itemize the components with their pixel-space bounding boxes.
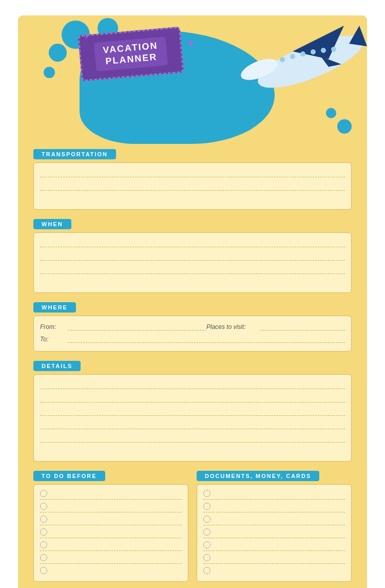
when-line-3[interactable] <box>40 265 345 274</box>
doc-circle-4[interactable] <box>203 528 210 536</box>
doc-line-6 <box>215 554 345 561</box>
check-line-6 <box>51 554 182 561</box>
doc-line-1 <box>215 490 345 497</box>
todo-item-7[interactable] <box>40 567 182 576</box>
check-line-4 <box>51 528 182 536</box>
check-circle-3[interactable] <box>40 516 47 523</box>
doc-circle-5[interactable] <box>203 541 210 548</box>
when-line-2[interactable] <box>40 251 345 261</box>
doc-line-7 <box>215 567 345 574</box>
svg-point-6 <box>290 54 295 59</box>
blue-blob-5 <box>337 119 352 134</box>
where-label: WHERE <box>33 302 76 313</box>
doc-item-5[interactable] <box>203 541 345 551</box>
doc-item-1[interactable] <box>203 490 345 500</box>
todo-item-6[interactable] <box>40 554 182 564</box>
blue-blob-3 <box>44 67 55 78</box>
details-line-6[interactable] <box>40 447 345 456</box>
transport-line-1[interactable] <box>40 168 345 177</box>
doc-item-6[interactable] <box>203 554 345 564</box>
doc-circle-1[interactable] <box>203 490 210 497</box>
places-label: Places to visit: <box>206 323 258 330</box>
details-box <box>33 374 352 462</box>
documents-column: Documents, money, cards <box>197 471 352 582</box>
two-col-section: TO DO BEFORE <box>33 471 352 582</box>
ticket-plane-icon: ✈ <box>83 32 90 41</box>
doc-line-3 <box>215 516 345 523</box>
todo-item-5[interactable] <box>40 541 182 551</box>
when-label: WHEN <box>33 219 71 229</box>
check-circle-6[interactable] <box>40 554 47 561</box>
check-circle-5[interactable] <box>40 541 47 548</box>
transportation-section: TRANSPORTATION <box>33 149 352 210</box>
check-circle-1[interactable] <box>40 490 47 497</box>
transport-line-2[interactable] <box>40 181 345 191</box>
page: ✈ VACATION PLANNER ✈ <box>0 0 385 588</box>
header-area: ✈ VACATION PLANNER ✈ <box>18 15 367 149</box>
from-label: From: <box>40 323 66 330</box>
transportation-box <box>33 162 352 210</box>
check-circle-2[interactable] <box>40 503 47 510</box>
when-section: WHEN <box>33 219 352 293</box>
transportation-label: TRANSPORTATION <box>33 149 116 159</box>
doc-circle-2[interactable] <box>203 503 210 510</box>
details-line-2[interactable] <box>40 393 345 402</box>
doc-line-5 <box>215 541 345 548</box>
where-to-row: To: <box>40 334 345 343</box>
blue-blob-2 <box>49 44 67 62</box>
check-line-7 <box>51 567 182 574</box>
check-circle-4[interactable] <box>40 528 47 536</box>
where-from-row: From: Places to visit: <box>40 321 345 330</box>
where-section: WHERE From: Places to visit: To: <box>33 302 352 352</box>
todo-item-1[interactable] <box>40 490 182 500</box>
details-line-3[interactable] <box>40 407 345 416</box>
svg-point-8 <box>311 49 316 54</box>
todo-column: TO DO BEFORE <box>33 471 188 582</box>
doc-circle-3[interactable] <box>203 516 210 523</box>
places-field: Places to visit: <box>206 321 345 330</box>
vacation-ticket: ✈ VACATION PLANNER ✈ <box>78 26 184 81</box>
to-label: To: <box>40 336 66 343</box>
when-line-1[interactable] <box>40 238 345 247</box>
doc-line-2 <box>215 503 345 510</box>
doc-item-4[interactable] <box>203 528 345 538</box>
transport-line-3[interactable] <box>40 195 345 204</box>
check-line-3 <box>51 516 182 523</box>
where-box: From: Places to visit: To: <box>33 316 352 352</box>
blue-blob-6 <box>326 108 336 118</box>
documents-label: Documents, money, cards <box>197 471 319 481</box>
airplane-icon <box>231 15 367 108</box>
from-line[interactable] <box>68 321 206 330</box>
ticket-inner: VACATION PLANNER <box>94 36 168 71</box>
details-line-4[interactable] <box>40 420 345 429</box>
todo-item-3[interactable] <box>40 516 182 525</box>
details-section: DETAILS <box>33 361 352 462</box>
doc-circle-6[interactable] <box>203 554 210 561</box>
todo-box <box>33 484 188 582</box>
doc-item-2[interactable] <box>203 503 345 512</box>
doc-circle-7[interactable] <box>203 567 210 574</box>
when-line-4[interactable] <box>40 278 345 287</box>
doc-line-4 <box>215 528 345 536</box>
when-box <box>33 232 352 293</box>
doc-item-3[interactable] <box>203 516 345 525</box>
todo-label: TO DO BEFORE <box>33 471 105 481</box>
details-line-5[interactable] <box>40 433 345 443</box>
svg-point-7 <box>300 51 305 57</box>
ticket-plane-right-icon: ✈ <box>186 37 196 50</box>
details-line-1[interactable] <box>40 380 345 389</box>
check-circle-7[interactable] <box>40 567 47 574</box>
places-line[interactable] <box>260 321 345 330</box>
check-line-2 <box>51 503 182 510</box>
content-area: TRANSPORTATION WHEN WHERE <box>18 149 367 582</box>
to-line[interactable] <box>68 334 345 343</box>
todo-item-2[interactable] <box>40 503 182 512</box>
planner-wrapper: ✈ VACATION PLANNER ✈ <box>18 15 367 588</box>
check-line-5 <box>51 541 182 548</box>
svg-point-9 <box>321 48 326 53</box>
details-label: DETAILS <box>33 361 81 371</box>
doc-item-7[interactable] <box>203 567 345 576</box>
documents-box <box>197 484 352 582</box>
svg-point-5 <box>280 57 285 62</box>
todo-item-4[interactable] <box>40 528 182 538</box>
